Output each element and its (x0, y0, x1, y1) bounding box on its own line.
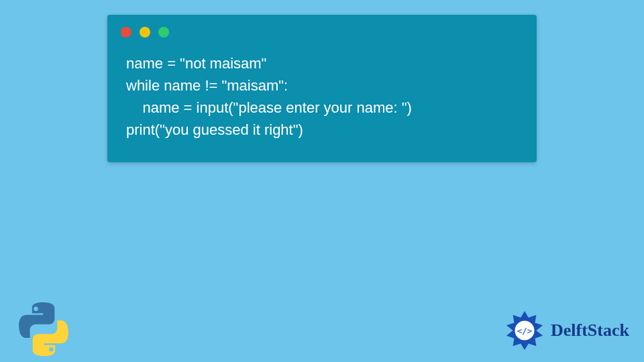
brand-emblem-icon: </> (504, 310, 545, 351)
code-line-3: name = input("please enter your name: ") (126, 99, 412, 116)
window-dot-red (121, 27, 131, 38)
code-line-4: print("you guessed it right") (126, 121, 303, 138)
code-line-1: name = "not maisam" (126, 55, 266, 72)
window-dot-yellow (140, 27, 150, 38)
python-logo-icon (13, 299, 74, 359)
code-body: name = "not maisam" while name != "maisa… (107, 43, 537, 143)
code-window: name = "not maisam" while name != "maisa… (107, 15, 537, 162)
svg-text:</>: </> (517, 326, 533, 336)
brand: </> DelftStack (504, 310, 629, 351)
brand-name: DelftStack (551, 320, 629, 341)
window-dot-green (158, 27, 169, 38)
window-controls (107, 15, 537, 43)
code-line-2: while name != "maisam": (126, 77, 288, 94)
